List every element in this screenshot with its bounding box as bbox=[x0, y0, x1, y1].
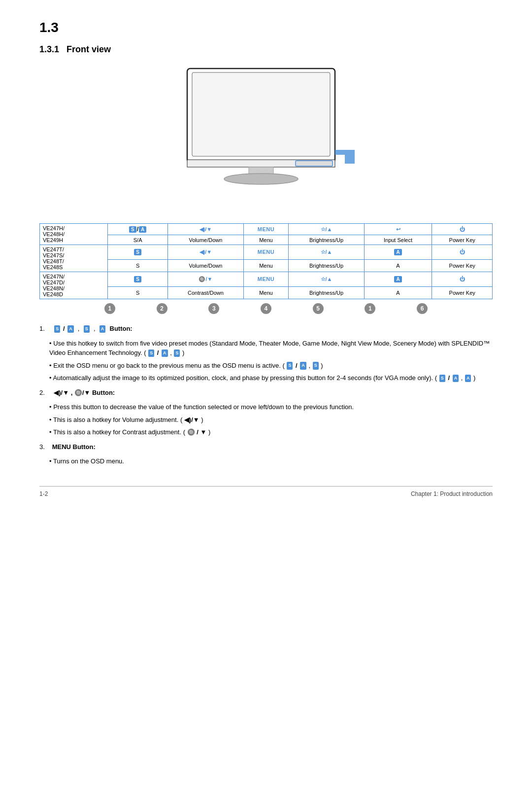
circle-4: 4 bbox=[261, 303, 271, 314]
svg-marker-5 bbox=[335, 150, 355, 164]
svg-rect-1 bbox=[192, 72, 330, 156]
circle-6: 6 bbox=[417, 303, 428, 314]
page-title: 1.3 bbox=[39, 20, 493, 35]
monitor-diagram: ASUS bbox=[39, 64, 493, 216]
circle-3: 3 bbox=[208, 303, 219, 314]
table-row: S Volume/Down Menu Brightness/Up A Power… bbox=[40, 259, 493, 272]
desc-item-3: 3. MENU Button: bbox=[39, 442, 493, 452]
table-row: S Contrast/Down Menu Brightness/Up A Pow… bbox=[40, 286, 493, 299]
s-icon: S bbox=[54, 325, 60, 333]
table-row: VE247H/VE248H/VE249H S/A ◀)/▼ MENU ☆/▲ ↩… bbox=[40, 224, 493, 235]
a-icon: A bbox=[67, 325, 74, 333]
table-row: S/A Volume/Down Menu Brightness/Up Input… bbox=[40, 235, 493, 245]
s-icon-2: S bbox=[84, 325, 90, 333]
desc-item-2: 2. ◀)/▼ , 🔘/▼ Button: bbox=[39, 388, 493, 398]
circle-5: 5 bbox=[313, 303, 324, 314]
desc-1-item-2: Exit the OSD menu or go back to the prev… bbox=[49, 361, 493, 371]
desc-1-item-3: Automatically adjust the image to its op… bbox=[49, 373, 493, 383]
page-footer: 1-2 Chapter 1: Product introduction bbox=[39, 486, 493, 497]
footer-page-number: 1-2 bbox=[39, 490, 48, 497]
desc-2-item-1: Press this button to decrease the value … bbox=[49, 402, 493, 412]
circle-1b: 1 bbox=[365, 303, 375, 314]
buttons-table: VE247H/VE248H/VE249H S/A ◀)/▼ MENU ☆/▲ ↩… bbox=[39, 223, 493, 299]
table-row: VE247T/VE247S/VE248T/VE248S S ◀)/▼ MENU … bbox=[40, 245, 493, 260]
desc-3-item-1: Turns on the OSD menu. bbox=[49, 456, 493, 466]
desc-1-item-1: Use this hotkey to switch from five vide… bbox=[49, 339, 493, 358]
svg-point-7 bbox=[224, 174, 298, 184]
circle-number-row: 1 2 3 4 5 1 6 bbox=[39, 302, 493, 315]
desc-2-item-2: This is also a hotkey for Volume adjustm… bbox=[49, 415, 493, 425]
desc-2-item-3: This is also a hotkey for Contrast adjus… bbox=[49, 427, 493, 437]
table-row: VE247N/VE247D/VE248N/VE248D S 🔘/▼ MENU ☆… bbox=[40, 272, 493, 287]
descriptions-section: 1. S / A , S , A Button: Use this hotkey… bbox=[39, 324, 493, 466]
circle-2: 2 bbox=[157, 303, 167, 314]
a-icon-2: A bbox=[100, 325, 106, 333]
desc-item-1: 1. S / A , S , A Button: bbox=[39, 324, 493, 334]
circle-1a: 1 bbox=[104, 303, 115, 314]
section-title: 1.3.1 Front view bbox=[39, 44, 493, 55]
footer-chapter: Chapter 1: Product introduction bbox=[411, 490, 493, 497]
svg-rect-4 bbox=[296, 161, 332, 166]
